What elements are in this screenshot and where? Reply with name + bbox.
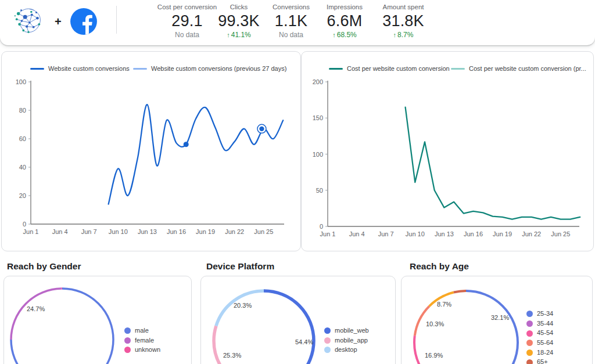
section-title-reach-by-gender: Reach by Gender <box>7 261 81 272</box>
legend-label: male <box>135 327 149 334</box>
svg-text:Jun 19: Jun 19 <box>196 228 215 235</box>
legend-item-female[interactable]: female <box>124 337 160 344</box>
kpi-amount-spent[interactable]: Amount spent 31.8K ↑8.7% <box>368 3 438 39</box>
svg-text:Jun 16: Jun 16 <box>167 228 186 235</box>
legend-dot-icon <box>526 330 533 337</box>
legend-label: 18-24 <box>537 349 553 356</box>
svg-text:20: 20 <box>19 192 26 199</box>
legend-line-chip <box>329 68 343 70</box>
cost-per-conversion-line-chart[interactable]: 050100150200Jun 1Jun 4Jun 7Jun 10Jun 13J… <box>302 52 593 251</box>
legend-item-current[interactable]: Website custom conversions <box>30 65 130 72</box>
cost-per-conversion-time-series-card[interactable]: Cost per website custom conversion Cost … <box>301 51 594 251</box>
legend-label: female <box>135 337 154 344</box>
conversions-time-series-card[interactable]: Website custom conversions Website custo… <box>1 51 301 251</box>
legend-dot-icon <box>124 327 131 334</box>
svg-text:16.9%: 16.9% <box>425 352 443 359</box>
svg-text:Jun 22: Jun 22 <box>225 228 244 235</box>
svg-text:100: 100 <box>313 151 323 158</box>
svg-text:Jun 4: Jun 4 <box>52 228 68 235</box>
svg-text:100: 100 <box>16 78 26 85</box>
legend-item-55-64[interactable]: 55-64 <box>526 340 553 347</box>
svg-text:Jun 4: Jun 4 <box>349 230 365 237</box>
legend-label: Cost per website custom conversion <box>347 65 450 72</box>
svg-text:Jun 25: Jun 25 <box>254 228 273 235</box>
svg-text:Jun 22: Jun 22 <box>522 230 541 237</box>
svg-text:Jun 7: Jun 7 <box>378 230 394 237</box>
section-title-device-platform: Device Platform <box>206 261 274 272</box>
kpi-delta: ↑8.7% <box>368 31 438 39</box>
up-arrow-icon: ↑ <box>393 31 397 38</box>
logo-group: + <box>13 6 98 37</box>
legend-label: Website custom conversions <box>48 65 130 72</box>
header-bar: + Cost per conversion 29.1 ↑No data Clic… <box>0 0 595 45</box>
svg-text:0: 0 <box>23 221 26 228</box>
section-title-reach-by-age: Reach by Age <box>410 261 469 272</box>
svg-text:Jun 19: Jun 19 <box>493 230 512 237</box>
legend-item-desktop[interactable]: desktop <box>324 347 369 354</box>
svg-text:150: 150 <box>313 114 323 121</box>
svg-text:Jun 1: Jun 1 <box>23 228 39 235</box>
legend-label: unknown <box>135 347 160 354</box>
legend-label: 55-64 <box>537 340 553 347</box>
kpi-label: Amount spent <box>368 3 438 12</box>
legend-item-35-44[interactable]: 35-44 <box>526 320 553 327</box>
device-legend[interactable]: mobile_webmobile_appdesktop <box>324 327 369 354</box>
legend-item-45-54[interactable]: 45-54 <box>526 330 553 337</box>
svg-text:Jun 10: Jun 10 <box>109 228 128 235</box>
legend-label: 25-34 <box>537 311 553 318</box>
legend-item-current[interactable]: Cost per website custom conversion <box>329 65 450 72</box>
svg-text:Jun 7: Jun 7 <box>81 228 97 235</box>
legend-dot-icon <box>526 320 533 327</box>
brain-network-logo <box>13 6 44 37</box>
device-platform-card[interactable]: 54.4%25.3%20.3% mobile_webmobile_appdesk… <box>200 276 396 364</box>
legend-item-previous[interactable]: Cost per website custom conversion (pr..… <box>451 65 586 72</box>
legend-item-mobile_app[interactable]: mobile_app <box>324 337 369 344</box>
svg-text:Jun 1: Jun 1 <box>320 230 336 237</box>
legend-item-mobile_web[interactable]: mobile_web <box>324 327 369 334</box>
legend-line-chip <box>451 68 465 70</box>
legend-label: desktop <box>335 347 357 354</box>
legend-line-chip <box>133 68 147 70</box>
age-legend[interactable]: 25-3435-4445-5455-6418-2465+ <box>526 311 553 364</box>
legend-label: Website custom conversions (previous 27 … <box>151 65 286 72</box>
legend-dot-icon <box>526 340 533 346</box>
legend-item-previous[interactable]: Website custom conversions (previous 27 … <box>133 65 286 72</box>
svg-text:20.3%: 20.3% <box>234 302 252 309</box>
svg-text:40: 40 <box>19 164 26 171</box>
svg-text:25.3%: 25.3% <box>223 352 241 359</box>
svg-text:0: 0 <box>320 223 323 230</box>
gender-legend[interactable]: malefemaleunknown <box>124 327 160 354</box>
kpi-value: 31.8K <box>368 12 438 31</box>
svg-text:Jun 16: Jun 16 <box>464 230 483 237</box>
svg-text:54.4%: 54.4% <box>295 338 313 345</box>
legend-label: 35-44 <box>537 320 553 327</box>
age-donut-chart[interactable]: 32.1%16.9%10.3%8.7% <box>402 276 592 364</box>
svg-text:50: 50 <box>316 187 323 194</box>
legend-dot-icon <box>324 347 331 353</box>
svg-text:Jun 13: Jun 13 <box>435 230 454 237</box>
legend-item-18-24[interactable]: 18-24 <box>526 349 553 356</box>
svg-text:60: 60 <box>19 135 26 142</box>
svg-text:200: 200 <box>313 78 323 85</box>
reach-by-gender-card[interactable]: 24.7% malefemaleunknown <box>3 276 192 364</box>
legend-label: mobile_app <box>335 337 368 344</box>
legend-dot-icon <box>526 359 533 364</box>
svg-text:Jun 10: Jun 10 <box>406 230 425 237</box>
legend-item-unknown[interactable]: unknown <box>124 347 160 354</box>
legend-item-25-34[interactable]: 25-34 <box>526 311 553 318</box>
reach-by-age-card[interactable]: 32.1%16.9%10.3%8.7% 25-3435-4445-5455-64… <box>401 276 593 364</box>
legend-line-chip <box>30 68 44 70</box>
facebook-logo <box>70 8 98 35</box>
svg-text:80: 80 <box>19 107 26 114</box>
svg-text:8.7%: 8.7% <box>437 301 451 308</box>
website-conversions-line-chart[interactable]: 020406080100Jun 1Jun 4Jun 7Jun 10Jun 13J… <box>2 52 300 251</box>
legend-label: 45-54 <box>537 330 553 337</box>
gender-donut-chart[interactable]: 24.7% <box>4 276 191 364</box>
legend-dot-icon <box>324 337 331 344</box>
legend-item-male[interactable]: male <box>124 327 160 334</box>
legend-item-65+[interactable]: 65+ <box>526 359 553 364</box>
header-divider <box>116 6 117 34</box>
legend-label: Cost per website custom conversion (pr..… <box>469 65 586 72</box>
svg-text:Jun 13: Jun 13 <box>138 228 157 235</box>
svg-text:24.7%: 24.7% <box>27 305 45 312</box>
